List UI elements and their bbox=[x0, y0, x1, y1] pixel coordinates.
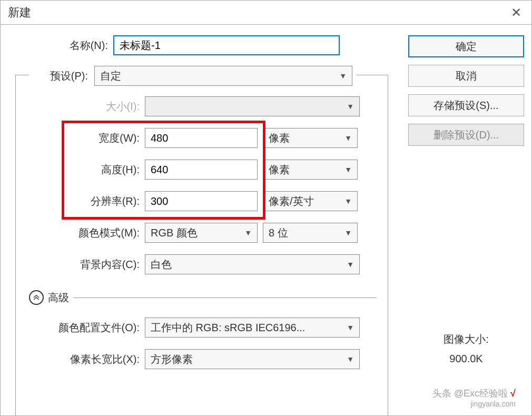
height-unit-value: 像素 bbox=[269, 163, 290, 177]
cancel-button[interactable]: 取消 bbox=[408, 65, 524, 87]
color-profile-select[interactable]: 工作中的 RGB: sRGB IEC6196... ▼ bbox=[145, 318, 360, 338]
delete-preset-button: 删除预设(D)... bbox=[408, 124, 524, 146]
resolution-label: 分辨率(R): bbox=[29, 194, 140, 209]
height-label: 高度(H): bbox=[29, 163, 140, 177]
resolution-unit-select[interactable]: 像素/英寸 ▼ bbox=[263, 191, 358, 211]
chevron-down-icon: ▼ bbox=[339, 72, 347, 80]
chevron-down-icon: ▼ bbox=[347, 102, 354, 111]
color-mode-label: 颜色模式(M): bbox=[29, 226, 140, 240]
inner-form: 大小(I): ▼ 宽度(W): 像素 ▼ 高度(H): bbox=[29, 96, 377, 381]
right-panel: 确定 取消 存储预设(S)... 删除预设(D)... 图像大小: 900.0K bbox=[408, 35, 524, 371]
titlebar: 新建 ✕ bbox=[1, 1, 531, 25]
preset-select[interactable]: 自定 ▼ bbox=[94, 66, 352, 86]
width-row: 宽度(W): 像素 ▼ bbox=[29, 128, 377, 148]
pixel-ratio-label: 像素长宽比(X): bbox=[29, 352, 140, 367]
ok-button[interactable]: 确定 bbox=[408, 35, 524, 57]
background-value: 白色 bbox=[151, 257, 172, 272]
height-input[interactable] bbox=[145, 160, 258, 180]
color-mode-select[interactable]: RGB 颜色 ▼ bbox=[145, 223, 258, 243]
size-row: 大小(I): ▼ bbox=[29, 96, 377, 116]
preset-value: 自定 bbox=[100, 69, 121, 83]
name-row: 名称(N): bbox=[40, 35, 398, 55]
color-mode-row: 颜色模式(M): RGB 颜色 ▼ 8 位 ▼ bbox=[29, 223, 377, 243]
color-profile-value: 工作中的 RGB: sRGB IEC6196... bbox=[151, 321, 305, 335]
chevron-down-icon: ▼ bbox=[244, 229, 252, 237]
color-depth-value: 8 位 bbox=[269, 226, 288, 240]
pixel-ratio-select[interactable]: 方形像素 ▼ bbox=[145, 349, 360, 369]
name-label: 名称(N): bbox=[40, 38, 108, 53]
double-chevron-up-icon bbox=[33, 294, 40, 301]
chevron-down-icon: ▼ bbox=[347, 323, 354, 332]
cancel-button-label: 取消 bbox=[456, 69, 477, 83]
watermark-text: 头条 @Exc经验啦 bbox=[432, 388, 508, 399]
background-select[interactable]: 白色 ▼ bbox=[145, 254, 360, 274]
close-icon[interactable]: ✕ bbox=[508, 5, 524, 20]
width-unit-select[interactable]: 像素 ▼ bbox=[263, 128, 358, 148]
chevron-down-icon: ▼ bbox=[344, 197, 352, 205]
image-size-info: 图像大小: 900.0K bbox=[408, 332, 524, 371]
size-select[interactable]: ▼ bbox=[145, 96, 360, 116]
name-input[interactable] bbox=[113, 35, 340, 55]
resolution-row: 分辨率(R): 像素/英寸 ▼ bbox=[29, 191, 377, 211]
divider bbox=[73, 298, 377, 298]
image-size-label: 图像大小: bbox=[408, 332, 524, 346]
height-unit-select[interactable]: 像素 ▼ bbox=[263, 160, 358, 180]
ok-button-label: 确定 bbox=[456, 39, 477, 54]
size-label: 大小(I): bbox=[29, 100, 140, 114]
chevron-down-icon: ▼ bbox=[347, 260, 354, 269]
chevron-down-icon: ▼ bbox=[344, 165, 352, 174]
height-row: 高度(H): 像素 ▼ bbox=[29, 160, 377, 180]
background-row: 背景内容(C): 白色 ▼ bbox=[29, 254, 377, 274]
width-label: 宽度(W): bbox=[29, 131, 140, 145]
advanced-row: 高级 bbox=[29, 290, 377, 305]
dialog-content: 名称(N): 预设(P): 自定 ▼ 大小(I): ▼ bbox=[1, 25, 531, 379]
save-preset-button[interactable]: 存储预设(S)... bbox=[408, 94, 524, 116]
image-size-value: 900.0K bbox=[408, 353, 524, 365]
background-label: 背景内容(C): bbox=[29, 257, 140, 272]
left-panel: 名称(N): 预设(P): 自定 ▼ 大小(I): ▼ bbox=[8, 35, 398, 371]
preset-label: 预设(P): bbox=[33, 69, 88, 83]
checkmark-icon: √ bbox=[510, 388, 516, 399]
resolution-unit-value: 像素/英寸 bbox=[269, 194, 314, 209]
chevron-down-icon: ▼ bbox=[344, 229, 352, 237]
save-preset-label: 存储预设(S)... bbox=[434, 98, 498, 113]
pixel-ratio-value: 方形像素 bbox=[151, 352, 193, 367]
advanced-label: 高级 bbox=[48, 291, 69, 305]
preset-row: 预设(P): 自定 ▼ bbox=[29, 66, 357, 86]
chevron-down-icon: ▼ bbox=[344, 134, 352, 142]
delete-preset-label: 删除预设(D)... bbox=[434, 128, 499, 142]
new-document-dialog: 新建 ✕ 名称(N): 预设(P): 自定 ▼ 大小(I): bbox=[0, 0, 532, 416]
width-unit-value: 像素 bbox=[269, 131, 290, 145]
pixel-ratio-row: 像素长宽比(X): 方形像素 ▼ bbox=[29, 349, 377, 369]
width-input[interactable] bbox=[145, 128, 258, 148]
dialog-title: 新建 bbox=[8, 5, 31, 21]
color-depth-select[interactable]: 8 位 ▼ bbox=[263, 223, 358, 243]
color-mode-value: RGB 颜色 bbox=[151, 226, 198, 240]
collapse-icon[interactable] bbox=[29, 290, 44, 305]
color-profile-label: 颜色配置文件(O): bbox=[29, 321, 140, 335]
watermark-sub: jingyanla.com bbox=[432, 400, 516, 408]
watermark: 头条 @Exc经验啦 √ jingyanla.com bbox=[432, 387, 516, 408]
chevron-down-icon: ▼ bbox=[347, 355, 354, 363]
resolution-input[interactable] bbox=[145, 191, 258, 211]
color-profile-row: 颜色配置文件(O): 工作中的 RGB: sRGB IEC6196... ▼ bbox=[29, 318, 377, 338]
